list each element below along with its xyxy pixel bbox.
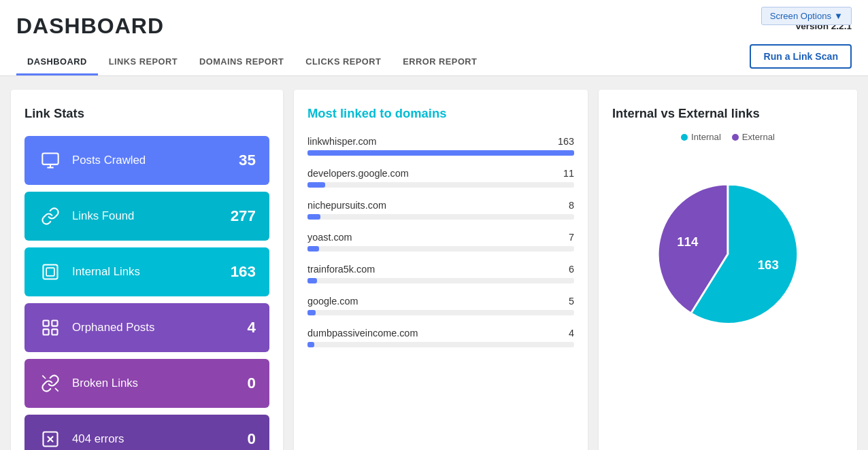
svg-rect-4	[46, 268, 54, 276]
link-stats-title: Link Stats	[24, 106, 269, 121]
internal-external-panel: Internal vs External links Internal Exte…	[599, 90, 857, 450]
domain-name: developers.google.com	[307, 168, 409, 179]
domain-row: google.com 5	[307, 296, 574, 315]
domain-bar-fill	[307, 246, 319, 252]
domain-name: dumbpassiveincome.com	[307, 328, 418, 339]
page-title: DASHBOARD	[16, 14, 164, 39]
domain-bar-bg	[307, 342, 574, 347]
domain-row: nichepursuits.com 8	[307, 200, 574, 220]
stat-card-posts-crawled: Posts Crawled 35	[24, 136, 269, 185]
posts-crawled-value: 35	[239, 152, 256, 169]
domain-bar-fill	[307, 342, 314, 347]
external-dot	[732, 134, 739, 141]
broken-links-label: Broken Links	[72, 377, 248, 390]
domain-count: 163	[558, 136, 574, 147]
svg-rect-5	[44, 321, 49, 326]
svg-line-9	[42, 375, 46, 379]
internal-links-label: Internal Links	[72, 265, 231, 279]
domain-bar-bg	[307, 214, 574, 220]
404-errors-label: 404 errors	[72, 432, 248, 446]
domain-count: 11	[563, 168, 574, 179]
domain-row: trainfora5k.com 6	[307, 264, 574, 283]
x-box-icon	[38, 427, 63, 450]
stat-cards: Posts Crawled 35 Links Found 277	[24, 136, 269, 450]
tab-error-report[interactable]: ERROR REPORT	[392, 50, 488, 75]
main-content: Link Stats Posts Crawled 35	[0, 76, 868, 450]
svg-rect-6	[52, 321, 57, 326]
domain-bar-fill	[307, 150, 574, 156]
grid-icon	[38, 315, 63, 340]
stat-card-orphaned-posts: Orphaned Posts 4	[24, 303, 269, 352]
domain-bar-bg	[307, 150, 574, 156]
square-icon	[38, 260, 63, 284]
domain-row-header: yoast.com 7	[307, 232, 574, 243]
domain-bar-fill	[307, 310, 316, 315]
domain-row: developers.google.com 11	[307, 168, 574, 188]
domain-name: nichepursuits.com	[307, 200, 386, 211]
domain-name: trainfora5k.com	[307, 264, 375, 275]
link-icon	[38, 204, 63, 228]
domain-bar-bg	[307, 310, 574, 315]
run-link-scan-button[interactable]: Run a Link Scan	[750, 44, 852, 69]
svg-rect-3	[44, 265, 58, 279]
domain-count: 5	[569, 296, 574, 307]
pie-label: 114	[677, 235, 699, 249]
404-errors-value: 0	[248, 430, 256, 448]
stat-card-links-found: Links Found 277	[24, 192, 269, 241]
top-bar-header: DASHBOARD version 2.2.1 Screen Options ▼	[16, 14, 852, 39]
legend-internal: Internal	[681, 132, 721, 142]
stat-card-broken-links: Broken Links 0	[24, 359, 269, 408]
links-found-value: 277	[231, 207, 256, 225]
posts-crawled-label: Posts Crawled	[72, 154, 239, 167]
tab-dashboard[interactable]: DASHBOARD	[16, 50, 98, 75]
domain-bar-bg	[307, 278, 574, 283]
stat-card-internal-links: Internal Links 163	[24, 247, 269, 296]
internal-dot	[681, 134, 688, 141]
domain-count: 6	[569, 264, 574, 275]
orphaned-posts-label: Orphaned Posts	[72, 321, 248, 334]
domain-bar-bg	[307, 246, 574, 252]
most-linked-domains-panel: Most linked to domains linkwhisper.com 1…	[294, 90, 588, 450]
broken-links-value: 0	[248, 375, 256, 392]
monitor-icon	[38, 148, 63, 173]
pie-chart-svg: 163114	[633, 156, 823, 346]
pie-label: 163	[758, 258, 779, 272]
domain-bar-fill	[307, 182, 325, 188]
domain-bar-bg	[307, 182, 574, 188]
domain-count: 8	[569, 200, 574, 211]
domain-row-header: google.com 5	[307, 296, 574, 307]
domain-count: 7	[569, 232, 574, 243]
domain-bar-fill	[307, 214, 320, 220]
screen-options-button[interactable]: Screen Options ▼	[761, 7, 852, 25]
orphaned-posts-value: 4	[248, 319, 256, 336]
domain-row-header: linkwhisper.com 163	[307, 136, 574, 147]
stat-card-404-errors: 404 errors 0	[24, 415, 269, 450]
svg-line-10	[55, 388, 59, 392]
internal-external-title: Internal vs External links	[612, 106, 844, 121]
domain-name: yoast.com	[307, 232, 352, 243]
tab-links-report[interactable]: LINKS REPORT	[98, 50, 188, 75]
pie-chart-container: 163114	[612, 156, 844, 346]
domain-row: dumbpassiveincome.com 4	[307, 328, 574, 347]
link-stats-panel: Link Stats Posts Crawled 35	[11, 90, 283, 450]
nav-tabs: DASHBOARD LINKS REPORT DOMAINS REPORT CL…	[16, 50, 852, 75]
domain-row-header: nichepursuits.com 8	[307, 200, 574, 211]
domain-list: linkwhisper.com 163 developers.google.co…	[307, 136, 574, 347]
legend-external: External	[732, 132, 775, 142]
links-found-label: Links Found	[72, 209, 231, 223]
domain-row: linkwhisper.com 163	[307, 136, 574, 156]
svg-rect-8	[52, 329, 57, 334]
domain-name: google.com	[307, 296, 358, 307]
internal-links-value: 163	[231, 263, 256, 281]
top-bar: DASHBOARD version 2.2.1 Screen Options ▼…	[0, 0, 868, 76]
domain-count: 4	[569, 328, 574, 339]
tab-clicks-report[interactable]: CLICKS REPORT	[295, 50, 392, 75]
svg-rect-7	[44, 329, 49, 334]
domain-row-header: developers.google.com 11	[307, 168, 574, 179]
svg-rect-0	[42, 154, 58, 165]
domain-name: linkwhisper.com	[307, 136, 377, 147]
domain-row: yoast.com 7	[307, 232, 574, 252]
tab-domains-report[interactable]: DOMAINS REPORT	[188, 50, 295, 75]
chart-legend: Internal External	[612, 132, 844, 142]
most-linked-title: Most linked to domains	[307, 106, 574, 121]
